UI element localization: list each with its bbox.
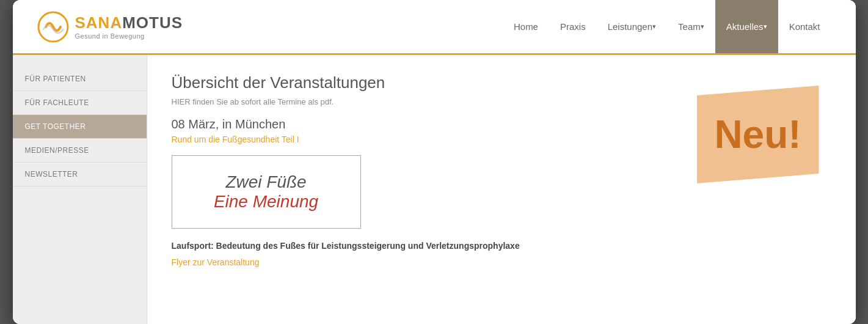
logo-sub: Gesund in Bewegung <box>75 32 183 40</box>
sidebar-item-get-together[interactable]: GET TOGETHER <box>13 115 147 139</box>
event-description: Laufsport: Bedeutung des Fußes für Leist… <box>172 241 538 251</box>
logo-text: SANAMOTUS Gesund in Bewegung <box>75 13 183 40</box>
content-wrapper: FÜR PATIENTEN FÜR FACHLEUTE GET TOGETHER… <box>13 55 856 324</box>
image-box-line2: Eine Meinung <box>214 192 318 212</box>
nav-item-leistungen[interactable]: Leistungen <box>597 0 667 53</box>
sidebar-item-fachleute[interactable]: FÜR FACHLEUTE <box>13 91 147 115</box>
nav-item-praxis[interactable]: Praxis <box>549 0 597 53</box>
logo-icon <box>37 11 69 43</box>
nav-item-aktuelles[interactable]: Aktuelles <box>715 0 778 53</box>
neu-text: Neu! <box>714 112 801 157</box>
browser-frame: SANAMOTUS Gesund in Bewegung Home Praxis… <box>13 0 856 324</box>
logo-brand: SANAMOTUS <box>75 13 183 32</box>
nav-item-team[interactable]: Team <box>667 0 715 53</box>
main-content: Übersicht der Veranstaltungen HIER finde… <box>147 55 856 324</box>
neu-badge: Neu! <box>697 86 819 183</box>
page-title: Übersicht der Veranstaltungen <box>172 73 831 92</box>
flyer-link[interactable]: Flyer zur Veranstaltung <box>172 257 260 267</box>
logo-motus: MOTUS <box>122 13 183 32</box>
image-box: Zwei Füße Eine Meinung <box>172 155 361 229</box>
sidebar-item-newsletter[interactable]: NEWSLETTER <box>13 163 147 186</box>
logo-area: SANAMOTUS Gesund in Bewegung <box>37 11 183 43</box>
sidebar-item-patienten[interactable]: FÜR PATIENTEN <box>13 67 147 91</box>
nav-links: Home Praxis Leistungen Team Aktuelles Ko… <box>503 0 831 53</box>
top-nav: SANAMOTUS Gesund in Bewegung Home Praxis… <box>13 0 856 55</box>
image-box-line1: Zwei Füße <box>225 172 306 192</box>
nav-item-kontakt[interactable]: Kontakt <box>778 0 831 53</box>
sidebar: FÜR PATIENTEN FÜR FACHLEUTE GET TOGETHER… <box>13 55 147 324</box>
nav-item-home[interactable]: Home <box>503 0 549 53</box>
event-link[interactable]: Rund um die Fußgesundheit Teil I <box>172 134 299 144</box>
sidebar-item-medien[interactable]: MEDIEN/PRESSE <box>13 139 147 163</box>
logo-sana: SANA <box>75 13 123 32</box>
